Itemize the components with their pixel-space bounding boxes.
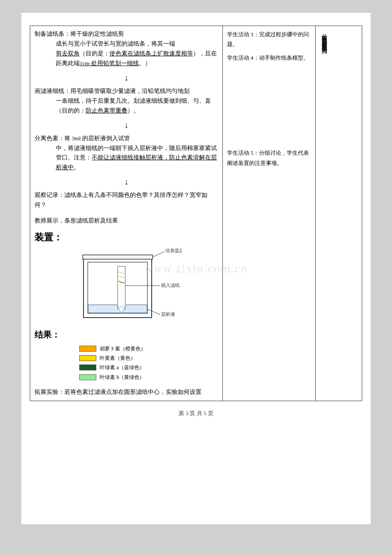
measure-line: 1cm 处用铅笔划一细线 — [80, 60, 139, 66]
strip-label-3: 叶绿素 a（蓝绿色） — [100, 363, 144, 372]
strip-label-1: 胡萝卜素（橙黄色） — [100, 344, 146, 353]
observe-section: 观察记录：滤纸条上有几条不同颜色的色带？其排序怎样？宽窄如何？ — [35, 191, 218, 210]
chromatography-strips: 胡萝卜素（橙黄色） 叶黄素（黄色） 叶绿素 a（蓝绿色） — [79, 344, 173, 382]
svg-text:层析液: 层析液 — [161, 312, 175, 317]
activity3-text: 学生活动 3：完成过程步骤中的问题。 — [227, 29, 311, 49]
main-table: 制备滤纸条：将干燥的定性滤纸剪 成长与宽小于试管长与宽的滤纸条，将其一端 剪去双… — [30, 26, 362, 401]
activity-block: 学生活动 3：完成过程步骤中的问题。 学生活动 4：动手制作纸条模型。 学生活动… — [227, 29, 311, 168]
separate-body: 中，将滤液细线的一端朝下插入层析液中，随后用棉塞塞紧试管口。注意：不能让滤液细线… — [56, 144, 218, 173]
strip-row-2: 叶黄素（黄色） — [79, 354, 173, 362]
activity-cell: 学生活动 3：完成过程步骤中的问题。 学生活动 4：动手制作纸条模型。 学生活动… — [222, 26, 315, 401]
results-title: 结果： — [35, 327, 218, 342]
strip-row-1: 胡萝卜素（橙黄色） — [79, 344, 173, 353]
draw-line-section: 画滤液细线：用毛细吸管吸取少量滤液，沿铅笔线均匀地划 一条细线，待干后重复几次。… — [35, 87, 218, 116]
prepare-body1: 成长与宽小于试管长与宽的滤纸条，将其一端 — [56, 39, 218, 49]
apparatus-diagram: 培养皿盖 插入滤纸 层析液 — [71, 247, 182, 324]
activity5-text: 学生活动 5：分组讨论，学生代表阐述装置的注意事项。 — [227, 148, 311, 168]
separate-title: 分离色素：将 3ml 的层析液倒入试管 — [35, 135, 130, 142]
draw-body: 一条细线，待干后重复几次。划滤液细线要做到细、匀、直（目的的：防止色素带重叠）。 — [56, 96, 218, 116]
content-block: 制备滤纸条：将干燥的定性滤纸剪 成长与宽小于试管长与宽的滤纸条，将其一端 剪去双… — [35, 29, 218, 397]
extend-section: 拓展实验：若将色素过滤液点加在圆形滤纸中心，实验如何设置 — [35, 387, 218, 397]
svg-line-10 — [147, 309, 160, 315]
strip-color-4 — [79, 374, 96, 380]
note-text: 分析实验过程培养学生的分析问题的能力 — [320, 29, 329, 45]
purpose-nooverlap: 防止色素带重叠 — [86, 107, 127, 114]
extend-text: 拓展实验：若将色素过滤液点加在圆形滤纸中心，实验如何设置 — [35, 389, 202, 395]
observe-text: 观察记录：滤纸条上有几条不同颜色的色带？其排序怎样？宽窄如何？ — [35, 192, 208, 208]
svg-text:培养皿盖: 培养皿盖 — [165, 248, 182, 253]
svg-text:插入滤纸: 插入滤纸 — [161, 283, 180, 288]
strip-row-3: 叶绿素 a（蓝绿色） — [79, 363, 173, 372]
caution-nocontact: 不能让滤液细线接触层析液，防止色素溶解在层析液中 — [56, 154, 217, 171]
teacher-display-section: 教师展示，条形滤纸层析及结果 装置： — [35, 216, 218, 397]
teacher-display-text: 教师展示，条形滤纸层析及结果 — [35, 216, 218, 226]
note-cell: 分析实验过程培养学生的分析问题的能力 — [315, 26, 362, 401]
strip-label-2: 叶黄素（黄色） — [100, 354, 135, 362]
content-cell: 制备滤纸条：将干燥的定性滤纸剪 成长与宽小于试管长与宽的滤纸条，将其一端 剪去双… — [30, 26, 223, 401]
diagram-section: 装置： — [35, 229, 218, 324]
svg-line-6 — [153, 251, 164, 257]
arrow1: ↓ — [35, 70, 218, 85]
arrow3: ↓ — [35, 174, 218, 189]
strip-color-3 — [79, 364, 96, 370]
arrow2: ↓ — [35, 118, 218, 132]
prepare-body2: 剪去双角（目的是：使色素在滤纸条上扩散速度相等），且在距离此端1cm 处用铅笔划… — [56, 49, 218, 69]
draw-title: 画滤液细线：用毛细吸管吸取少量滤液，沿铅笔线均匀地划 — [35, 88, 190, 94]
svg-rect-5 — [83, 255, 153, 259]
diagram-title: 装置： — [35, 229, 218, 245]
purpose-spread: 使色素在滤纸条上扩散速度相等 — [110, 50, 193, 57]
activity4-text: 学生活动 4：动手制作纸条模型。 — [227, 53, 311, 63]
strip-color-1 — [79, 346, 96, 352]
cut-angle: 剪去双角 — [56, 50, 80, 57]
strip-label-4: 叶绿素 b（黄绿色） — [100, 373, 144, 382]
strip-row-4: 叶绿素 b（黄绿色） — [79, 373, 173, 382]
page-footer: 第 3 页 共 5 页 — [30, 410, 362, 417]
prepare-title: 制备滤纸条：将干燥的定性滤纸剪 — [35, 31, 124, 37]
prepare-strips-section: 制备滤纸条：将干燥的定性滤纸剪 成长与宽小于试管长与宽的滤纸条，将其一端 剪去双… — [35, 29, 218, 69]
strip-color-2 — [79, 355, 96, 361]
page: www.zixin.com.cn 制备滤纸条：将干燥的定性滤纸剪 成长与宽小于试… — [21, 13, 371, 524]
separate-section: 分离色素：将 3ml 的层析液倒入试管 中，将滤液细线的一端朝下插入层析液中，随… — [35, 134, 218, 173]
